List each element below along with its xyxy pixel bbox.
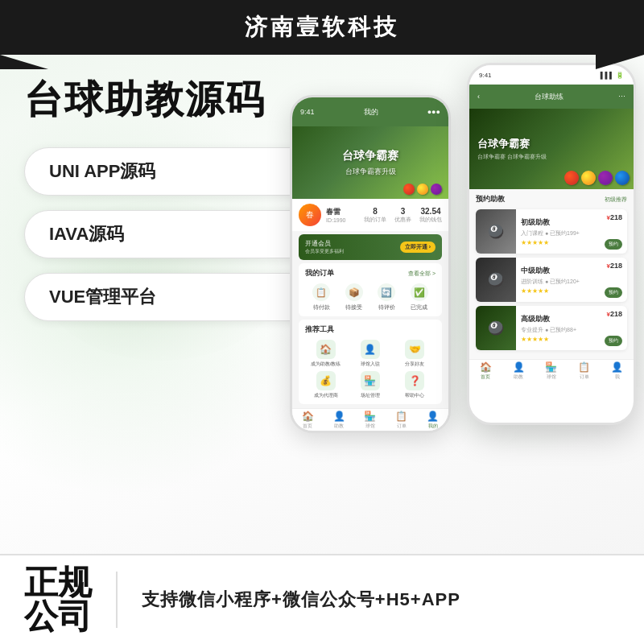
coach-name-2: 中级助教 <box>521 266 595 276</box>
front-more-icon[interactable]: ⋯ <box>618 93 625 101</box>
footer-right: 支持微信小程序+微信公众号+H5+APP <box>142 588 620 612</box>
nav-mine-icon: 👤 <box>427 411 439 422</box>
user-stats: 8 我的订单 3 优惠券 32.54 我的钱包 <box>364 207 442 224</box>
front-nav-coach[interactable]: 👤 助教 <box>513 361 525 381</box>
coach-img-2: 🎱 <box>476 258 516 302</box>
back-phone-title: 我的 <box>364 107 378 118</box>
back-phone-banner: 台球争霸赛台球争霸赛升级 <box>292 126 448 199</box>
front-nav-home-label: 首页 <box>481 374 490 381</box>
nav-order-label: 订单 <box>397 423 407 430</box>
nav-mine[interactable]: 👤 我的 <box>427 411 439 430</box>
front-banner-balls <box>564 171 630 185</box>
user-name: 春雷 <box>326 207 359 217</box>
pending-receive-label: 待接受 <box>345 303 362 312</box>
back-phone-header: 9:41 我的 ●●● <box>292 97 448 126</box>
phone-front: 9:41 ▌▌▌ 🔋 ‹ 台球助练 ⋯ 台球争霸赛 台球争霸赛 台球争霸赛升级 <box>467 63 636 425</box>
nav-order[interactable]: 📋 订单 <box>395 411 407 430</box>
tool-agent[interactable]: 💰 成为代理商 <box>305 371 346 399</box>
vip-button[interactable]: 立即开通 › <box>400 242 436 253</box>
front-ball-yellow <box>581 171 596 185</box>
front-nav-mine[interactable]: 👤 我 <box>611 361 623 381</box>
buy-btn-2[interactable]: 预约 <box>605 287 622 298</box>
tool-become-coach[interactable]: 🏠 成为助教/教练 <box>305 340 346 368</box>
front-nav-mine-label: 我 <box>615 374 620 381</box>
front-nav-order-label: 订单 <box>580 374 589 381</box>
main-content: 台球助教源码 UNI APP源码 IAVA源码 VUE管理平台 9:41 我的 … <box>0 55 644 554</box>
coaches-section: 预约助教 初级推荐 🎱 初级助教 入门课程 ● 已预约199+ ★★★★★ <box>469 189 634 359</box>
coach-price-1: ¥218 <box>607 213 622 221</box>
order-complete[interactable]: ✅ 已完成 <box>411 283 428 312</box>
stat-orders-label: 我的订单 <box>364 216 386 224</box>
ball-purple <box>431 184 442 195</box>
orders-section: 我的订单 查看全部 > 📋 待付款 📦 待接受 🔄 <box>299 263 442 316</box>
nav-hall[interactable]: 🏪 球馆 <box>364 411 376 430</box>
nav-home-icon: 🏠 <box>302 411 314 422</box>
front-back-icon[interactable]: ‹ <box>477 93 480 101</box>
coach-card-1[interactable]: 🎱 初级助教 入门课程 ● 已预约199+ ★★★★★ ¥218 预约 <box>476 209 627 254</box>
nav-coach-icon: 👤 <box>333 411 345 422</box>
footer: 正规 公司 支持微信小程序+微信公众号+H5+APP <box>0 554 644 644</box>
help-icon: ❓ <box>405 371 424 390</box>
front-banner: 台球争霸赛 台球争霸赛 台球争霸赛升级 <box>469 109 634 189</box>
stat-balance-label: 我的钱包 <box>419 216 442 224</box>
tools-section: 推荐工具 🏠 成为助教/教练 👤 球馆入驻 🤝 分享 <box>299 320 442 404</box>
footer-divider <box>116 572 118 628</box>
header: 济南壹软科技 <box>0 0 644 55</box>
order-pending-review[interactable]: 🔄 待评价 <box>378 283 395 312</box>
order-pending-pay[interactable]: 📋 待付款 <box>312 283 330 312</box>
coach-info-2: 中级助教 进阶训练 ● 已预约120+ ★★★★★ <box>516 258 600 302</box>
buy-btn-3[interactable]: 预约 <box>605 336 622 346</box>
complete-icon: ✅ <box>411 283 428 301</box>
front-nav-home[interactable]: 🏠 首页 <box>480 361 492 381</box>
tool-help[interactable]: ❓ 帮助中心 <box>394 371 436 399</box>
order-icons: 📋 待付款 📦 待接受 🔄 待评价 ✅ 已 <box>305 283 436 312</box>
tool-hall-entry[interactable]: 👤 球馆入驻 <box>349 340 390 368</box>
pending-pay-icon: 📋 <box>312 283 330 301</box>
pending-pay-label: 待付款 <box>313 303 330 312</box>
orders-header: 我的订单 查看全部 > <box>305 268 436 279</box>
help-label: 帮助中心 <box>405 392 424 399</box>
vip-bar: 开通会员 会员享受更多福利 立即开通 › <box>299 234 442 260</box>
billiard-balls <box>403 184 442 195</box>
coach-card-3[interactable]: 🎱 高级助教 专业提升 ● 已预约88+ ★★★★★ ¥218 预约 <box>476 306 627 350</box>
front-nav-hall[interactable]: 🏪 球馆 <box>545 361 557 381</box>
tools-grid: 🏠 成为助教/教练 👤 球馆入驻 🤝 分享好友 💰 <box>305 340 436 399</box>
share-friend-label: 分享好友 <box>405 361 424 368</box>
front-nav-order[interactable]: 📋 订单 <box>578 361 590 381</box>
footer-left: 正规 公司 <box>24 566 92 634</box>
nav-home[interactable]: 🏠 首页 <box>302 411 314 430</box>
tool-venue-mgmt[interactable]: 🏪 场址管理 <box>349 371 390 399</box>
front-nav-hall-icon: 🏪 <box>545 361 557 373</box>
agent-icon: 💰 <box>316 371 336 390</box>
coach-rating-2: ★★★★★ <box>521 287 595 295</box>
front-ball-blue <box>615 171 630 185</box>
nav-hall-label: 球馆 <box>365 423 375 430</box>
tool-share-friend[interactable]: 🤝 分享好友 <box>394 340 436 368</box>
coach-rating-3: ★★★★★ <box>521 336 595 343</box>
complete-label: 已完成 <box>411 303 427 312</box>
user-id: ID:1990 <box>326 217 359 223</box>
order-pending-receive[interactable]: 📦 待接受 <box>345 283 363 312</box>
coach-img-1: 🎱 <box>476 209 516 254</box>
buy-btn-1[interactable]: 预约 <box>605 239 622 250</box>
rating-star-2: ★★★★★ <box>521 287 549 295</box>
coach-img-3: 🎱 <box>476 306 516 350</box>
feature-label-1: UNI APP源码 <box>49 159 155 184</box>
coach-name-1: 初级助教 <box>521 217 595 228</box>
back-user-section: 春 春雷 ID:1990 8 我的订单 3 优惠券 <box>292 199 448 231</box>
nav-coach[interactable]: 👤 助教 <box>333 411 345 430</box>
front-bottom-nav: 🏠 首页 👤 助教 🏪 球馆 📋 订单 👤 我 <box>469 359 634 382</box>
stat-orders: 8 我的订单 <box>364 207 386 224</box>
coach-card-2[interactable]: 🎱 中级助教 进阶训练 ● 已预约120+ ★★★★★ ¥218 预约 <box>476 258 627 302</box>
back-phone-icons: ●●● <box>427 108 440 116</box>
coach-name-3: 高级助教 <box>521 314 595 324</box>
front-nav-order-icon: 📋 <box>578 361 590 373</box>
orders-more[interactable]: 查看全部 > <box>408 270 436 278</box>
feature-label-2: IAVA源码 <box>49 222 124 246</box>
back-banner-text: 台球争霸赛台球争霸赛升级 <box>342 149 398 177</box>
coach-info-3: 高级助教 专业提升 ● 已预约88+ ★★★★★ <box>516 306 600 350</box>
nav-hall-icon: 🏪 <box>364 411 376 422</box>
nav-mine-label: 我的 <box>428 423 438 430</box>
stat-balance: 32.54 我的钱包 <box>419 207 442 224</box>
become-coach-icon: 🏠 <box>316 340 336 359</box>
